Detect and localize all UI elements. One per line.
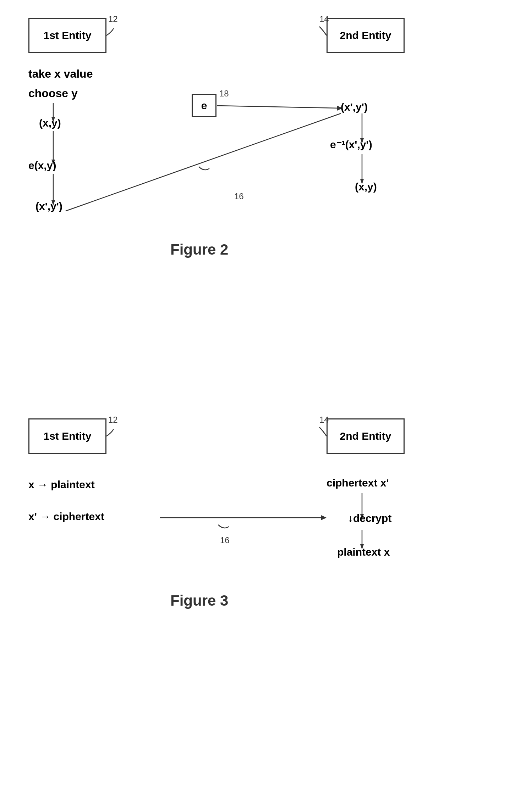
fig3-plaintext-x: plaintext x <box>337 546 390 558</box>
fig2-math-einvxpyp: e⁻¹(x',y') <box>330 138 372 151</box>
page-container: 1st Entity 2nd Entity 12 14 e 18 take x … <box>0 0 521 812</box>
fig2-choose-y-label: choose y <box>28 87 78 100</box>
svg-line-7 <box>217 106 339 108</box>
fig3-ref12: 12 <box>108 415 118 425</box>
figure3-svg <box>0 408 521 798</box>
fig2-math-xpyp-right: (x',y') <box>341 101 368 113</box>
fig3-decrypt: ↓decrypt <box>348 512 391 524</box>
fig2-ref16: 16 <box>234 191 244 201</box>
fig2-math-xy-right: (x,y) <box>355 181 377 193</box>
fig2-math-xpyp-left: (x',y') <box>35 200 62 212</box>
figure2-section: 1st Entity 2nd Entity 12 14 e 18 take x … <box>0 7 521 379</box>
fig2-math-xy: (x,y) <box>39 117 61 129</box>
fig2-ref12: 12 <box>108 14 118 24</box>
svg-line-6 <box>66 113 341 211</box>
fig2-e-box: e <box>192 94 216 117</box>
fig3-title: Figure 3 <box>170 592 228 609</box>
fig2-entity2-label: 2nd Entity <box>340 29 391 41</box>
fig2-ref18: 18 <box>219 89 229 99</box>
fig3-x-plaintext: x → plaintext <box>28 479 95 491</box>
fig2-e-label: e <box>201 100 207 112</box>
figure2-svg <box>0 7 521 379</box>
fig3-ref14: 14 <box>319 415 329 425</box>
svg-marker-15 <box>321 515 327 520</box>
fig2-math-exy: e(x,y) <box>28 160 56 172</box>
fig3-entity1-label: 1st Entity <box>43 430 91 442</box>
figure3-section: 1st Entity 2nd Entity 12 14 x → plaintex… <box>0 408 521 798</box>
fig3-entity2-box: 2nd Entity <box>327 418 405 454</box>
fig3-entity1-box: 1st Entity <box>28 418 106 454</box>
fig3-ciphertext-xp: ciphertext x' <box>327 477 389 489</box>
fig2-ref14: 14 <box>319 14 329 24</box>
fig2-take-x-label: take x value <box>28 67 93 80</box>
fig3-ref16: 16 <box>220 535 230 545</box>
fig3-xp-ciphertext: x' → ciphertext <box>28 511 104 523</box>
fig2-entity1-box: 1st Entity <box>28 18 106 53</box>
fig2-entity2-box: 2nd Entity <box>327 18 405 53</box>
fig2-title: Figure 2 <box>170 241 228 258</box>
fig2-entity1-label: 1st Entity <box>43 29 91 41</box>
fig3-entity2-label: 2nd Entity <box>340 430 391 442</box>
